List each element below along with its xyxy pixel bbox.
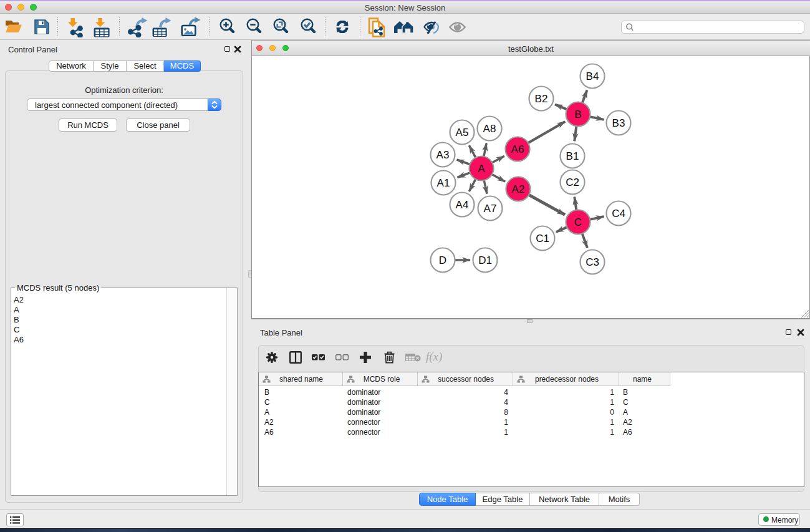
svg-text:D: D: [439, 254, 446, 266]
svg-text:D1: D1: [478, 254, 492, 266]
svg-text:A4: A4: [456, 199, 469, 211]
svg-text:C1: C1: [536, 233, 549, 244]
svg-text:A3: A3: [436, 149, 450, 161]
svg-text:B4: B4: [586, 70, 599, 82]
svg-text:C2: C2: [566, 177, 579, 188]
svg-text:A: A: [478, 163, 485, 175]
svg-text:A1: A1: [437, 177, 450, 189]
svg-text:B3: B3: [612, 117, 625, 129]
svg-text:C3: C3: [586, 256, 599, 268]
svg-text:B2: B2: [535, 93, 548, 105]
svg-text:A8: A8: [483, 123, 496, 135]
svg-text:A5: A5: [456, 127, 469, 138]
svg-text:C: C: [574, 216, 582, 228]
svg-text:B: B: [574, 109, 581, 120]
svg-text:A6: A6: [511, 143, 524, 155]
svg-text:B1: B1: [566, 150, 579, 162]
svg-text:A2: A2: [512, 183, 525, 195]
svg-text:A7: A7: [484, 203, 497, 215]
svg-text:C4: C4: [612, 208, 625, 220]
